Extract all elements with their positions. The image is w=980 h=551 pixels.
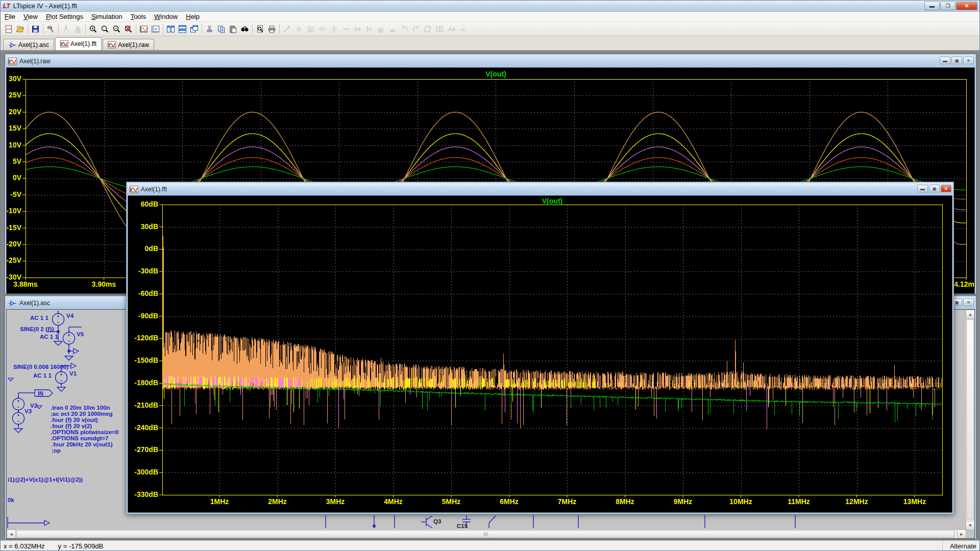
autorange-icon[interactable] (138, 23, 150, 35)
schematic-text[interactable]: AC 1 1 (33, 372, 52, 379)
source-polarity (17, 400, 19, 407)
zoom-full-extents-icon[interactable] (122, 23, 134, 35)
menu-help[interactable]: Help (182, 12, 204, 21)
tile-vertical-icon[interactable] (165, 23, 177, 35)
fft-restore-button[interactable]: ▣ (929, 185, 940, 192)
wire[interactable] (426, 524, 432, 528)
asc-close-button[interactable]: ✕ (963, 298, 974, 306)
schematic-text[interactable]: AC 1 1 (30, 315, 48, 321)
cascade-icon[interactable] (188, 23, 200, 35)
ground-symbol[interactable] (57, 387, 65, 391)
paste-icon[interactable] (227, 23, 239, 35)
minimize-button[interactable]: ▬ (924, 2, 940, 10)
scroll-down-icon[interactable]: ▼ (966, 521, 975, 530)
asc-horizontal-scrollbar[interactable]: ◄ ► (7, 529, 966, 538)
cursor-y-readout: y = -175.909dB (58, 542, 104, 550)
schematic-text[interactable]: V1 (69, 370, 77, 377)
cut-icon[interactable] (204, 23, 215, 35)
new-schematic-icon[interactable] (3, 23, 14, 35)
raw-window-titlebar[interactable]: Axel(1).raw ▬ ▣ ✕ (6, 55, 975, 67)
ground-symbol[interactable] (65, 356, 73, 360)
print-icon[interactable] (266, 23, 278, 35)
schematic-text[interactable]: ;ac oct 20 20 1000meg (51, 411, 112, 417)
schematic-text[interactable]: C15 (457, 523, 468, 529)
schematic-text[interactable]: V4 (66, 313, 74, 319)
scroll-left-icon[interactable]: ◄ (7, 530, 16, 539)
schematic-text[interactable]: 0k (8, 497, 14, 503)
tab-axel(1).asc[interactable]: Axel(1).asc (3, 39, 54, 50)
open-icon[interactable] (14, 23, 26, 35)
schematic-icon (8, 299, 17, 307)
voltage-source[interactable] (13, 398, 24, 410)
rotate-icon (422, 23, 434, 35)
net-flag-arrow[interactable] (71, 363, 76, 368)
scroll-right-icon[interactable]: ► (957, 530, 966, 539)
titlebar[interactable]: LT LTspice IV - Axel(1).fft ▬ ❐ ✕ (1, 1, 979, 12)
raw-window-title: Axel(1).raw (19, 58, 51, 65)
fft-close-button[interactable]: ✕ (941, 185, 951, 192)
zoom-out-icon[interactable] (111, 23, 122, 35)
solver-mode-label: Alternate (950, 542, 976, 550)
menu-tools[interactable]: Tools (127, 12, 150, 21)
menu-window[interactable]: Window (150, 12, 182, 21)
close-button[interactable]: ✕ (956, 2, 977, 10)
raw-restore-button[interactable]: ▣ (951, 57, 962, 64)
save-icon[interactable] (30, 23, 41, 35)
ground-symbol[interactable] (14, 429, 22, 433)
toolbar-separator (163, 24, 163, 34)
net-flag[interactable] (8, 378, 13, 381)
wire[interactable] (489, 516, 496, 523)
halt-icon (72, 23, 84, 35)
tab-axel(1).fft[interactable]: Axel(1).fft (55, 37, 102, 50)
copy-icon[interactable] (215, 23, 227, 35)
tab-axel(1).raw[interactable]: Axel(1).raw (103, 39, 154, 50)
net-flag[interactable] (37, 406, 42, 409)
raw-close-button[interactable]: ✕ (963, 57, 974, 64)
asc-vertical-scrollbar[interactable]: ▲ ▼ (965, 310, 974, 530)
schematic-text[interactable]: AC 1 1 (40, 334, 58, 340)
schematic-text[interactable]: SINE(0 0.008 16000) (13, 364, 68, 370)
plot-settings-icon[interactable] (150, 23, 161, 35)
waveform-icon (130, 186, 138, 193)
fft-window-titlebar[interactable]: Axel(1).fft ▬ ▣ ✕ (128, 183, 952, 195)
schematic-text[interactable]: .tran 0 20m 10m 100n (51, 405, 110, 411)
schematic-text[interactable]: i1)@2)+V(x1)@1+I(Vi1)@2)) (8, 477, 83, 483)
window-title: LTspice IV - Axel(1).fft (13, 2, 77, 10)
schematic-text[interactable]: .four 20kHz 20 v(out1) (52, 441, 113, 447)
zoom-area-icon[interactable] (99, 23, 111, 35)
schematic-text[interactable]: .four {f} 20 v(2) (51, 423, 92, 429)
wire[interactable] (426, 516, 432, 520)
schematic-text[interactable]: V5 (77, 331, 84, 337)
schematic-text[interactable]: V3 (24, 408, 32, 414)
tile-horizontal-icon[interactable] (177, 23, 188, 35)
schematic-text[interactable]: .OPTIONS numdgt=7 (51, 435, 108, 441)
raw-minimize-button[interactable]: ▬ (940, 57, 950, 64)
print-preview-icon[interactable] (254, 23, 266, 35)
schematic-text[interactable]: ;op (52, 447, 61, 454)
voltage-source[interactable] (53, 314, 64, 325)
schematic-text[interactable]: .four {f} 20 v(out) (51, 417, 98, 423)
schematic-text[interactable]: SINE(0 2 {f}) (20, 326, 54, 332)
zoom-in-icon[interactable] (87, 23, 99, 35)
find-icon[interactable] (239, 23, 251, 35)
scroll-up-icon[interactable]: ▲ (966, 310, 975, 319)
voltage-source[interactable] (63, 333, 75, 344)
svg-text:a: a (309, 27, 312, 32)
net-flag-arrow[interactable] (44, 520, 50, 525)
voltage-source[interactable] (13, 413, 24, 424)
restore-button[interactable]: ❐ (940, 2, 955, 10)
ground-symbol[interactable] (54, 341, 62, 345)
menu-simulation[interactable]: Simulation (87, 12, 127, 21)
fft-minimize-button[interactable]: ▬ (917, 185, 928, 192)
schematic-text[interactable]: .OPTIONS plotwinsize=0 (51, 429, 118, 435)
drag-icon (387, 23, 399, 35)
net-flag-arrow[interactable] (74, 348, 79, 354)
menu-plot-settings[interactable]: Plot Settings (42, 12, 87, 21)
control-panel-icon[interactable] (45, 23, 57, 35)
menu-view[interactable]: View (19, 12, 42, 21)
schematic-text[interactable]: Q3 (433, 518, 441, 524)
fft-plot[interactable] (128, 196, 952, 512)
menu-file[interactable]: File (1, 12, 19, 21)
move-icon (375, 23, 387, 35)
voltage-source[interactable] (56, 372, 67, 384)
